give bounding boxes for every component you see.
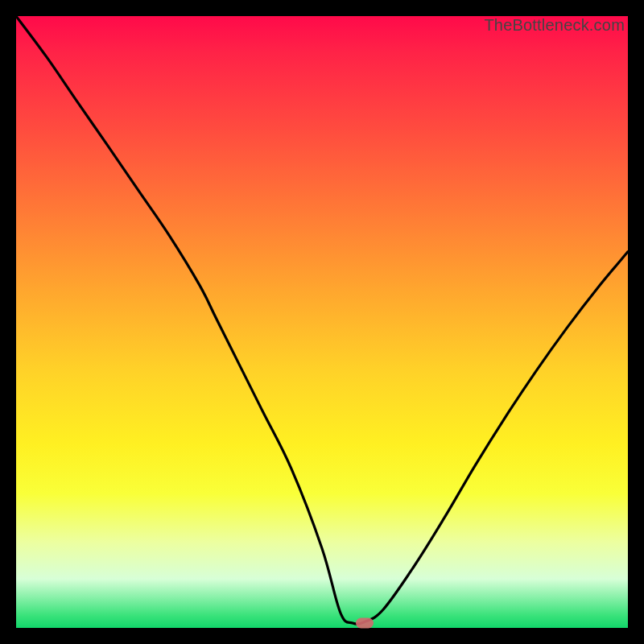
plot-area: TheBottleneck.com: [16, 16, 628, 628]
chart-container: TheBottleneck.com: [0, 0, 644, 644]
curve-svg: [16, 16, 628, 628]
bottleneck-curve: [16, 16, 628, 624]
minimum-marker: [356, 617, 374, 628]
